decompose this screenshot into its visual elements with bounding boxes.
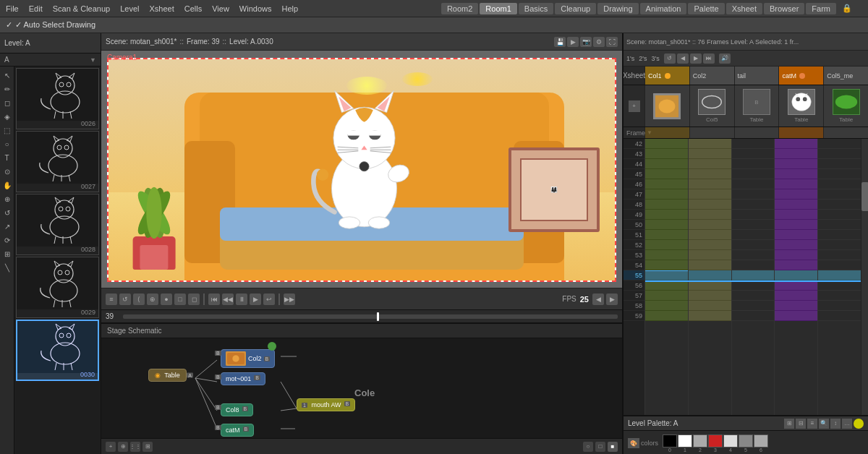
- icon-render[interactable]: ▶: [567, 37, 579, 47]
- palette-tool-list[interactable]: ≡: [807, 419, 817, 429]
- btn-fps-up[interactable]: ▶: [606, 294, 618, 305]
- timeline-col2[interactable]: [689, 139, 732, 415]
- xsheet-tab-catM[interactable]: catM: [779, 67, 824, 85]
- timeline-col-tail[interactable]: [732, 139, 775, 415]
- btn-play[interactable]: ▶: [250, 294, 261, 305]
- node-col2[interactable]: Col2 B: [221, 349, 275, 368]
- menu-view[interactable]: View: [212, 4, 229, 13]
- power-btn[interactable]: [854, 419, 864, 429]
- xsheet-tab-col2[interactable]: Col2: [690, 67, 735, 85]
- room-tab-cleanup[interactable]: Cleanup: [555, 3, 596, 14]
- btn-menu-play[interactable]: ≡: [106, 294, 117, 305]
- node-table[interactable]: ◉ Table A: [148, 369, 187, 382]
- swatch-4[interactable]: [723, 434, 738, 447]
- add-col-btn[interactable]: +: [629, 100, 640, 112]
- swatch-5[interactable]: [739, 434, 753, 447]
- node-mouth-aw[interactable]: 1 mouth AW B: [297, 398, 355, 411]
- room-tab-xsheet[interactable]: Xsheet: [726, 3, 762, 14]
- xsheet-tab-tail[interactable]: tail: [735, 67, 780, 85]
- stage-tool-active[interactable]: ■: [608, 442, 618, 452]
- icon-save[interactable]: 💾: [554, 37, 566, 47]
- swatch-3[interactable]: [708, 434, 723, 447]
- xsheet-tab-col5[interactable]: Col5_me: [824, 67, 868, 85]
- btn-onion[interactable]: ⟨: [133, 294, 145, 305]
- stage-tool-s[interactable]: □: [595, 442, 605, 452]
- timeline-col1[interactable]: [645, 139, 689, 415]
- xsheet-fwd-btn[interactable]: ▶: [690, 53, 702, 64]
- palette-tool-search[interactable]: 🔍: [819, 419, 829, 429]
- tool-arrow[interactable]: ↖: [1, 69, 13, 81]
- swatch-6[interactable]: [754, 434, 768, 447]
- stage-tool-4[interactable]: ⊞: [142, 442, 153, 452]
- film-frame-0030[interactable]: 0030: [16, 320, 99, 381]
- stage-tool-3[interactable]: ⋮⋮: [130, 442, 140, 452]
- room-tab-palette[interactable]: Palette: [688, 3, 724, 14]
- btn-start[interactable]: ⏮: [208, 294, 220, 305]
- tool-fill[interactable]: ◈: [1, 111, 13, 122]
- room-tab-room2[interactable]: Room2: [441, 3, 478, 14]
- btn-square[interactable]: □: [174, 294, 186, 305]
- xsheet-speed-3s[interactable]: 3's: [651, 55, 659, 62]
- tool-hand[interactable]: ✋: [1, 179, 13, 191]
- palette-tool-sort[interactable]: ↕: [830, 419, 841, 429]
- xsheet-back-btn[interactable]: ◀: [677, 53, 689, 64]
- btn-replay[interactable]: ↩: [263, 294, 275, 305]
- xsheet-loop-btn[interactable]: ↺: [664, 53, 676, 64]
- tool-deform[interactable]: ⟳: [1, 234, 13, 246]
- scrubber-track[interactable]: [123, 314, 618, 319]
- room-tab-basics[interactable]: Basics: [519, 3, 553, 14]
- stage-tool-2[interactable]: ⊕: [118, 442, 128, 452]
- frame-col-header[interactable]: Frame ▼: [624, 127, 645, 138]
- palette-tool-new[interactable]: ⊞: [784, 419, 794, 429]
- schematic-canvas[interactable]: ◉ Table A Col2 B: [101, 338, 622, 438]
- swatch-1[interactable]: [678, 434, 692, 447]
- timeline-columns-area[interactable]: [645, 139, 861, 415]
- btn-loop[interactable]: ↺: [119, 294, 131, 305]
- btn-prev[interactable]: ◀◀: [222, 294, 234, 305]
- tool-select2[interactable]: ↗: [1, 220, 13, 232]
- node-mot001[interactable]: mot~001 B: [221, 372, 265, 385]
- xsheet-tab-col1[interactable]: Col1: [645, 67, 690, 85]
- tool-rig[interactable]: ⊞: [1, 248, 13, 260]
- tool-bone[interactable]: ╲: [1, 262, 13, 273]
- swatch-0[interactable]: [663, 434, 677, 447]
- xsheet-speed-1s[interactable]: 1's: [626, 55, 634, 62]
- menu-cells[interactable]: Cells: [184, 4, 202, 13]
- menu-scan-cleanup[interactable]: Scan & Cleanup: [53, 4, 111, 13]
- menu-help[interactable]: Help: [281, 4, 298, 13]
- canvas-frame[interactable]: 👨‍👩‍👧: [107, 58, 616, 282]
- timeline-scrollbar[interactable]: [861, 139, 868, 415]
- stage-tool-1[interactable]: +: [106, 442, 116, 452]
- swatch-2[interactable]: [693, 434, 707, 447]
- menu-edit[interactable]: Edit: [29, 4, 43, 13]
- room-tab-room1[interactable]: Room1: [480, 3, 516, 14]
- node-col8[interactable]: Col8 B: [221, 403, 253, 416]
- icon-settings[interactable]: ⚙: [593, 37, 605, 47]
- palette-tool-more[interactable]: …: [842, 419, 852, 429]
- film-frame-0026[interactable]: 0026: [16, 68, 99, 129]
- scrollbar-thumb[interactable]: [861, 182, 868, 211]
- tool-rotate[interactable]: ↺: [1, 207, 13, 218]
- xsheet-speaker-btn[interactable]: 🔊: [719, 53, 731, 64]
- xsheet-tab-main[interactable]: Xsheet: [624, 67, 645, 85]
- btn-next[interactable]: ▶▶: [284, 294, 295, 305]
- menu-level[interactable]: Level: [120, 4, 139, 13]
- room-tab-farm[interactable]: Farm: [806, 3, 836, 14]
- tool-type[interactable]: T: [1, 152, 13, 163]
- xsheet-speed-2s[interactable]: 2's: [639, 55, 647, 62]
- icon-fullscreen[interactable]: ⛶: [606, 37, 618, 47]
- film-frame-0027[interactable]: 0027: [16, 131, 99, 192]
- menu-windows[interactable]: Windows: [239, 4, 272, 13]
- tool-eraser[interactable]: ◻: [1, 97, 13, 108]
- palette-icon[interactable]: 🎨: [628, 438, 639, 448]
- palette-tool-grid[interactable]: ⊟: [796, 419, 806, 429]
- btn-square2[interactable]: ◻: [188, 294, 200, 305]
- btn-pause[interactable]: ⏸: [236, 294, 247, 305]
- node-catm[interactable]: catM B: [221, 424, 254, 437]
- menu-xsheet[interactable]: Xsheet: [150, 4, 174, 13]
- film-frame-0028[interactable]: 0028: [16, 194, 99, 255]
- timeline-col-catm[interactable]: [775, 139, 818, 415]
- tool-shape[interactable]: ○: [1, 138, 13, 150]
- icon-camera[interactable]: 📷: [580, 37, 592, 47]
- film-frame-0029[interactable]: 0029: [16, 257, 99, 318]
